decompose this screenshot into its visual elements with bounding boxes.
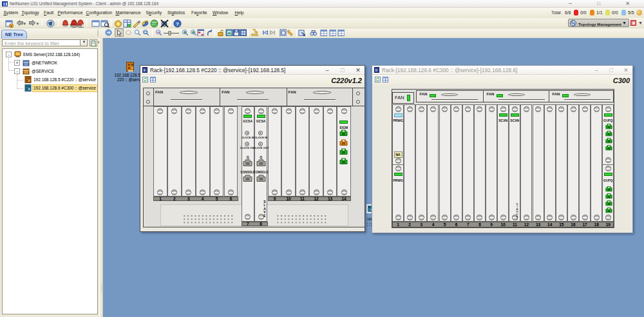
svg-text:E: E (263, 214, 266, 218)
svg-text:Y: Y (516, 218, 518, 221)
svg-text:?: ? (176, 21, 179, 27)
